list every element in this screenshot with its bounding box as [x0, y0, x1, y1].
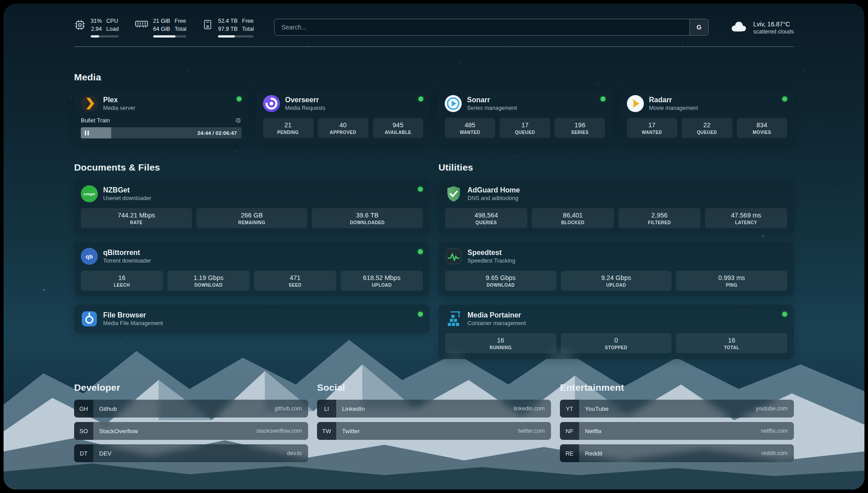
bookmark-url: github.com: [275, 405, 302, 412]
service-name: Speedtest: [467, 248, 515, 258]
service-card-radarr[interactable]: Radarr Movie management 17WANTED 22QUEUE…: [620, 89, 794, 144]
cloud-icon: [729, 20, 748, 35]
bookmark-url: dev.to: [287, 450, 302, 456]
now-playing-title: Bullet Train: [81, 117, 110, 124]
section-title-utilities: Utilities: [438, 162, 794, 173]
service-name: NZBGet: [103, 186, 151, 195]
bookmark-url: youtube.com: [755, 405, 788, 412]
section-title-documents: Documents & Files: [74, 162, 430, 173]
disk-monitor: 52.4 TB Free 97.9 TB Total: [202, 17, 254, 38]
search-input[interactable]: [275, 19, 689, 35]
bookmarks-developer: Developer GH Github github.com SO StackO…: [74, 382, 308, 462]
memory-free: 21 GiB: [153, 17, 170, 25]
playback-time: 24:44 / 02:06:47: [197, 130, 237, 136]
speedtest-icon: [445, 248, 462, 265]
qbittorrent-icon: qb: [81, 248, 98, 265]
gear-icon[interactable]: ⚙: [235, 117, 241, 124]
bookmarks-social: Social LI LinkedIn linkedin.com TW Twitt…: [317, 382, 551, 440]
service-card-filebrowser[interactable]: File Browser Media File Management: [74, 305, 430, 333]
service-card-qbittorrent[interactable]: qb qBittorrent Torrent downloader: [74, 242, 430, 297]
section-middle: Documents & Files nzbget: [74, 162, 794, 359]
bookmark-abbr: SO: [74, 422, 93, 440]
bookmark-name: DEV: [99, 450, 112, 457]
radarr-stat-movies: 834MOVIES: [737, 118, 787, 138]
bookmark-abbr: YT: [560, 400, 579, 418]
speedtest-stat-ping: 0.993 msPING: [676, 271, 787, 291]
disk-free-label: Free: [242, 17, 254, 25]
portainer-stat-total: 16TOTAL: [676, 333, 787, 353]
service-card-adguard[interactable]: AdGuard Home DNS and adblocking 498,564Q…: [438, 180, 794, 234]
bookmark-abbr: DT: [74, 444, 93, 462]
column-documents: Documents & Files nzbget: [74, 162, 430, 333]
cpu-percent: 31%: [91, 17, 102, 25]
disk-total: 97.9 TB: [218, 25, 238, 33]
service-desc: Media server: [103, 105, 135, 112]
bookmark-name: Reddit: [585, 450, 602, 457]
section-title-media: Media: [74, 72, 794, 83]
adguard-stat-latency: 47.569 msLATENCY: [705, 208, 787, 228]
weather-condition: scattered clouds: [753, 29, 794, 35]
bookmark-netflix[interactable]: NF Netflix netflix.com: [560, 422, 794, 440]
cpu-monitor: 31% CPU 2.94 Load: [74, 17, 119, 38]
service-desc: Movie management: [649, 105, 698, 112]
cpu-icon: [74, 19, 86, 31]
memory-meter: [153, 35, 187, 38]
service-card-portainer[interactable]: Media Portainer Container management 16R…: [438, 305, 794, 359]
portainer-icon: [445, 310, 462, 327]
service-card-sonarr[interactable]: Sonarr Series management 485WANTED 17QUE…: [438, 89, 612, 144]
disk-icon: [202, 19, 213, 30]
radarr-stat-queued: 22QUEUED: [682, 118, 732, 138]
bookmark-name: Netflix: [585, 428, 602, 435]
bookmark-dev[interactable]: DT DEV dev.to: [74, 444, 308, 462]
cpu-meter: [91, 35, 119, 38]
service-desc: Media File Management: [103, 320, 163, 327]
nzbget-stat-rate: 744.21 MbpsRATE: [81, 208, 192, 228]
bookmark-url: linkedin.com: [514, 405, 545, 412]
nzbget-stat-downloaded: 39.6 TBDOWNLOADED: [312, 208, 423, 228]
status-dot: [418, 187, 423, 192]
bookmark-linkedin[interactable]: LI LinkedIn linkedin.com: [317, 400, 551, 418]
playback-progress-bar[interactable]: 24:44 / 02:06:47: [81, 127, 242, 138]
status-dot: [782, 96, 787, 101]
disk-total-label: Total: [242, 25, 254, 33]
bookmark-abbr: LI: [317, 400, 336, 418]
bookmark-abbr: GH: [74, 400, 93, 418]
bookmark-url: reddit.com: [762, 450, 788, 456]
adguard-stat-blocked: 86,401BLOCKED: [532, 208, 614, 228]
bookmark-abbr: NF: [560, 422, 579, 440]
portainer-stat-stopped: 0STOPPED: [561, 333, 672, 353]
service-name: Radarr: [649, 96, 698, 105]
section-title-developer: Developer: [74, 382, 308, 393]
disk-meter: [218, 35, 254, 38]
memory-free-label: Free: [175, 17, 186, 25]
service-card-nzbget[interactable]: nzbget NZBGet Usenet downloader: [74, 180, 430, 234]
bookmark-twitter[interactable]: TW Twitter twitter.com: [317, 422, 551, 440]
search-bar: G: [274, 19, 709, 36]
portainer-stat-running: 16RUNNING: [445, 333, 556, 353]
service-card-speedtest[interactable]: Speedtest Speedtest Tracking 9.65 GbpsDO…: [438, 242, 794, 297]
sonarr-icon: [445, 95, 462, 112]
service-card-overseerr[interactable]: Overseerr Media Requests 21PENDING 40APP…: [256, 89, 430, 144]
service-card-plex[interactable]: Plex Media server Bullet Train ⚙ 24:44 /…: [74, 89, 248, 144]
search-provider-button[interactable]: G: [689, 19, 708, 35]
pause-button[interactable]: [85, 130, 89, 135]
section-title-entertainment: Entertainment: [560, 382, 794, 393]
dashboard-content: 31% CPU 2.94 Load: [4, 4, 864, 489]
service-name: Sonarr: [467, 96, 517, 105]
bookmark-url: stackoverflow.com: [256, 428, 302, 434]
bookmark-youtube[interactable]: YT YouTube youtube.com: [560, 400, 794, 418]
sonarr-stat-series: 196SERIES: [555, 118, 605, 138]
bookmark-github[interactable]: GH Github github.com: [74, 400, 308, 418]
bookmark-name: YouTube: [585, 405, 609, 412]
adguard-icon: [445, 185, 462, 202]
weather-widget: Lviv, 16.87°C scattered clouds: [729, 20, 794, 35]
service-name: qBittorrent: [103, 248, 151, 258]
bookmark-stackoverflow[interactable]: SO StackOverflow stackoverflow.com: [74, 422, 308, 440]
qbittorrent-stat-download: 1.19 GbpsDOWNLOAD: [167, 271, 250, 291]
svg-text:qb: qb: [86, 253, 93, 260]
service-desc: DNS and adblocking: [467, 195, 520, 202]
cpu-load: 2.94: [91, 25, 102, 33]
qbittorrent-stat-seed: 471SEED: [254, 271, 336, 291]
bookmark-reddit[interactable]: RE Reddit reddit.com: [560, 444, 794, 462]
service-name: Media Portainer: [467, 311, 526, 320]
